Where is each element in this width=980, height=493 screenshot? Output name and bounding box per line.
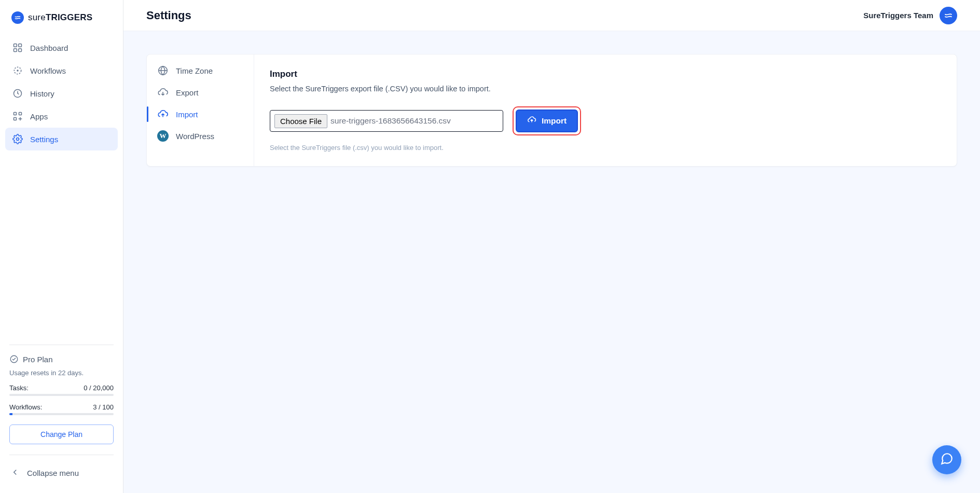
tasks-progress-bar bbox=[9, 394, 114, 396]
sidebar-footer: Pro Plan Usage resets in 22 days. Tasks:… bbox=[0, 338, 123, 493]
chat-icon bbox=[940, 452, 954, 468]
import-button[interactable]: Import bbox=[516, 109, 578, 132]
settings-tab-timezone[interactable]: Time Zone bbox=[147, 60, 254, 81]
file-input[interactable]: Choose File sure-triggers-1683656643156.… bbox=[270, 110, 503, 132]
tasks-row: Tasks: 0 / 20,000 bbox=[9, 384, 114, 392]
settings-tab-label: Export bbox=[176, 88, 198, 97]
content-area: Time Zone Export Import W bbox=[123, 31, 980, 189]
svg-rect-1 bbox=[19, 44, 22, 47]
workflows-icon bbox=[12, 65, 23, 76]
svg-rect-3 bbox=[19, 49, 22, 52]
choose-file-button[interactable]: Choose File bbox=[274, 114, 327, 128]
team-name: SureTriggers Team bbox=[863, 11, 933, 20]
settings-subnav: Time Zone Export Import W bbox=[147, 54, 254, 166]
settings-tab-label: Import bbox=[176, 110, 198, 119]
settings-tab-import[interactable]: Import bbox=[147, 103, 254, 125]
main-area: Settings SureTriggers Team Time Zone bbox=[123, 0, 980, 493]
import-button-label: Import bbox=[542, 116, 567, 126]
history-icon bbox=[12, 88, 23, 99]
svg-point-5 bbox=[17, 70, 18, 71]
nav-dashboard[interactable]: Dashboard bbox=[5, 36, 118, 59]
settings-tab-label: Time Zone bbox=[176, 66, 213, 75]
check-circle-icon bbox=[9, 354, 19, 364]
cloud-download-icon bbox=[157, 87, 169, 98]
file-hint: Select the SureTriggers file (.csv) you … bbox=[270, 144, 941, 152]
plan-name-row: Pro Plan bbox=[9, 354, 114, 364]
svg-rect-9 bbox=[14, 118, 17, 120]
import-panel: Import Select the SureTriggers export fi… bbox=[254, 54, 957, 166]
topbar: Settings SureTriggers Team bbox=[123, 0, 980, 31]
workflows-label: Workflows: bbox=[9, 403, 42, 411]
primary-nav: Dashboard Workflows History Apps Setting… bbox=[0, 33, 123, 154]
dashboard-icon bbox=[12, 43, 23, 53]
nav-label: Workflows bbox=[30, 66, 66, 75]
nav-label: Dashboard bbox=[30, 44, 68, 52]
import-button-highlight: Import bbox=[513, 106, 581, 135]
brand-logo[interactable]: sureTRIGGERS bbox=[0, 0, 123, 33]
team-switcher[interactable]: SureTriggers Team bbox=[863, 7, 957, 24]
cloud-upload-icon bbox=[527, 115, 536, 127]
nav-label: Apps bbox=[30, 112, 48, 121]
file-row: Choose File sure-triggers-1683656643156.… bbox=[270, 106, 941, 135]
panel-description: Select the SureTriggers export file (.CS… bbox=[270, 85, 941, 93]
nav-workflows[interactable]: Workflows bbox=[5, 59, 118, 82]
nav-label: History bbox=[30, 89, 54, 98]
settings-tab-wordpress[interactable]: W WordPress bbox=[147, 125, 254, 147]
svg-rect-2 bbox=[14, 49, 17, 52]
tasks-label: Tasks: bbox=[9, 384, 29, 392]
plan-name: Pro Plan bbox=[23, 355, 53, 364]
help-fab[interactable] bbox=[932, 445, 961, 474]
nav-settings[interactable]: Settings bbox=[5, 128, 118, 150]
settings-icon bbox=[12, 134, 23, 144]
change-plan-button[interactable]: Change Plan bbox=[9, 424, 114, 444]
plan-usage-note: Usage resets in 22 days. bbox=[9, 369, 114, 377]
settings-card: Time Zone Export Import W bbox=[146, 54, 957, 167]
cloud-upload-icon bbox=[157, 108, 169, 120]
collapse-label: Collapse menu bbox=[27, 469, 79, 477]
selected-file-name: sure-triggers-1683656643156.csv bbox=[330, 116, 451, 126]
chevron-left-icon bbox=[10, 468, 20, 478]
brand-logo-text: sureTRIGGERS bbox=[28, 12, 92, 23]
workflows-progress-bar bbox=[9, 413, 114, 415]
workflows-row: Workflows: 3 / 100 bbox=[9, 403, 114, 411]
globe-icon bbox=[157, 65, 169, 76]
wordpress-icon: W bbox=[157, 130, 169, 142]
svg-rect-7 bbox=[14, 113, 17, 115]
brand-logo-icon bbox=[11, 11, 24, 24]
page-title: Settings bbox=[146, 9, 191, 22]
svg-point-10 bbox=[17, 138, 19, 141]
apps-icon bbox=[12, 111, 23, 121]
settings-tab-export[interactable]: Export bbox=[147, 81, 254, 103]
panel-title: Import bbox=[270, 69, 941, 79]
team-avatar-icon bbox=[940, 7, 957, 24]
nav-label: Settings bbox=[30, 135, 58, 144]
sidebar: sureTRIGGERS Dashboard Workflows History bbox=[0, 0, 123, 493]
settings-tab-label: WordPress bbox=[176, 132, 214, 141]
collapse-menu-button[interactable]: Collapse menu bbox=[9, 465, 114, 484]
svg-rect-8 bbox=[19, 113, 22, 115]
nav-apps[interactable]: Apps bbox=[5, 105, 118, 128]
nav-history[interactable]: History bbox=[5, 82, 118, 105]
tasks-value: 0 / 20,000 bbox=[84, 384, 114, 392]
svg-rect-0 bbox=[14, 44, 17, 47]
workflows-value: 3 / 100 bbox=[93, 403, 114, 411]
